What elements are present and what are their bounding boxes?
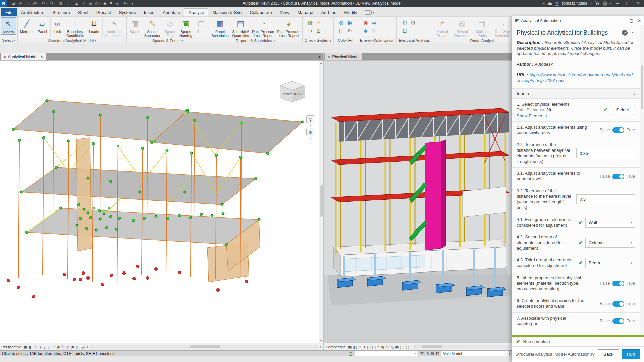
- color-fill-legend-icon[interactable]: ◫: [337, 27, 345, 35]
- scroll-down-icon[interactable]: ▼: [319, 339, 323, 342]
- shadows-icon[interactable]: ◑: [39, 345, 41, 349]
- show-disconnects-icon[interactable]: ⚠: [315, 19, 323, 26]
- signed-in-user[interactable]: tomasz.fudala: [562, 1, 587, 6]
- user-avatar-icon[interactable]: [555, 1, 559, 6]
- show-constraints-icon[interactable]: ◇: [66, 345, 69, 349]
- ribbon-button-panel[interactable]: ▱Panel: [35, 17, 50, 34]
- close-view-tab-icon[interactable]: ✕: [40, 55, 43, 59]
- sync-with-central-icon[interactable]: ◎▾: [32, 1, 40, 6]
- ribbon-tab-structure[interactable]: Structure: [48, 8, 74, 16]
- ribbon-button-space-naming[interactable]: ▣Space Naming: [177, 17, 195, 38]
- horizontal-scrollbar[interactable]: [414, 345, 510, 349]
- vertical-scrollbar[interactable]: ▲ ▼: [319, 61, 323, 343]
- user-menu-caret-icon[interactable]: ▾: [590, 2, 592, 5]
- open-icon[interactable]: ◰: [17, 1, 23, 6]
- active-workset-select[interactable]: ∨: [355, 351, 418, 356]
- electrical-settings-icon[interactable]: ⊡: [400, 19, 409, 26]
- view-tab-analytical-model[interactable]: ◈ Analytical Model ✕: [1, 53, 46, 60]
- show-constraints-icon[interactable]: ◇: [391, 345, 394, 349]
- undo-icon[interactable]: ↶▾: [40, 1, 48, 6]
- aligned-dimension-icon[interactable]: ∡: [74, 1, 80, 6]
- navbar-caret-icon[interactable]: ▾: [306, 137, 315, 140]
- ribbon-tab-steel[interactable]: Steel: [74, 8, 92, 16]
- ribbon-panel-caption-select[interactable]: Select▾: [0, 37, 17, 43]
- view-scale-icon[interactable]: ▦: [23, 345, 27, 349]
- ribbon-tab-collaborate[interactable]: Collaborate: [246, 8, 276, 16]
- optimize-icon[interactable]: ∿: [370, 27, 378, 35]
- toggle-switch[interactable]: [612, 301, 624, 307]
- show-elements-link[interactable]: Show Elements: [517, 113, 601, 118]
- steering-wheel-icon[interactable]: ◎: [306, 115, 314, 123]
- view-tab-physical-model[interactable]: ◈ Physical Model: [325, 53, 362, 60]
- ribbon-tab-precast[interactable]: Precast: [92, 8, 115, 16]
- thin-lines-icon[interactable]: ≡: [109, 1, 114, 6]
- script-help-icon[interactable]: ?: [622, 30, 628, 36]
- ribbon-panel-caption-structural-analytical-model[interactable]: Structural Analytical Model▾: [18, 38, 126, 43]
- measure-icon[interactable]: ↔▾: [65, 1, 73, 6]
- toggle-switch[interactable]: [612, 318, 624, 324]
- tab-display-options[interactable]: ▭ ▾: [365, 8, 375, 16]
- reveal-hidden-elements-icon[interactable]: ◉: [381, 345, 384, 349]
- element-group-dropdown[interactable]: Beam▾: [585, 258, 635, 268]
- reveal-obstacles-toggle-icon[interactable]: ◎: [406, 345, 409, 349]
- ribbon-panel-caption-check-systems[interactable]: Check Systems: [303, 37, 333, 43]
- scrollbar-thumb[interactable]: [320, 185, 323, 217]
- ribbon-panel-caption-color-fill[interactable]: Color Fill: [334, 37, 358, 43]
- collapse-toolbar-icon[interactable]: ◂: [542, 1, 544, 6]
- revit-app-menu-icon[interactable]: R: [0, 0, 7, 7]
- check-circuits-icon[interactable]: ⊞: [315, 27, 323, 35]
- properties-icon[interactable]: ▤: [10, 1, 16, 6]
- displace-elements-icon[interactable]: ◫: [76, 345, 80, 349]
- switch-windows-icon[interactable]: ◳▾: [121, 1, 130, 6]
- sun-path-icon[interactable]: ☀: [34, 345, 38, 349]
- zoom-icon[interactable]: ⊕: [306, 128, 314, 136]
- element-group-dropdown[interactable]: Column▾: [585, 238, 635, 248]
- scroll-up-icon[interactable]: ▲: [319, 61, 323, 64]
- toggle-switch[interactable]: [612, 127, 624, 133]
- window-close-button[interactable]: ✕: [635, 1, 642, 6]
- scrollbar-thumb[interactable]: [190, 345, 220, 348]
- design-options-icon[interactable]: ◧: [436, 351, 439, 356]
- ribbon-tab-insert[interactable]: Insert: [140, 8, 159, 16]
- tolerance-input[interactable]: [576, 194, 635, 204]
- ribbon-button-boundary-conditions[interactable]: ⊥Boundary Conditions: [64, 17, 86, 38]
- close-inactive-views-icon[interactable]: ◱: [114, 1, 121, 6]
- ribbon-tab-annotate[interactable]: Annotate: [159, 8, 184, 16]
- customize-qat-icon[interactable]: ▾: [130, 1, 135, 6]
- ribbon-tab-modify[interactable]: Modify: [340, 8, 361, 16]
- analytical-model-canvas[interactable]: [0, 61, 319, 343]
- temporary-hide-isolate-icon[interactable]: ◔: [377, 345, 379, 349]
- navbar-caret-icon[interactable]: ▾: [306, 124, 315, 127]
- window-minimize-button[interactable]: –: [614, 1, 621, 6]
- crop-view-icon[interactable]: ◱: [367, 345, 371, 349]
- worksharing-display-icon[interactable]: ▣: [395, 345, 399, 349]
- visual-style-icon[interactable]: ◧: [29, 345, 32, 349]
- help-menu-caret-icon[interactable]: ▾: [610, 2, 611, 5]
- ribbon-panel-caption-spaces-zones[interactable]: Spaces & Zones▾: [127, 38, 209, 43]
- pipe-legend-icon[interactable]: ▦: [346, 19, 354, 26]
- ribbon-button-space-separator[interactable]: ✎Space Separator: [142, 17, 163, 38]
- scrollbar-thumb[interactable]: [422, 345, 442, 348]
- app-store-cart-icon[interactable]: [595, 1, 600, 5]
- physical-model-canvas[interactable]: [324, 61, 512, 343]
- show-crop-region-icon[interactable]: ▢: [372, 345, 376, 349]
- sun-path-icon[interactable]: ☀: [358, 345, 362, 349]
- select-elements-button[interactable]: Select: [610, 105, 635, 115]
- worksharing-display-icon[interactable]: ▣: [71, 345, 74, 349]
- search-binoculars-icon[interactable]: [547, 2, 552, 5]
- tag-by-category-icon[interactable]: ⚐: [81, 1, 87, 6]
- temporary-view-properties-icon[interactable]: ⚐: [61, 345, 65, 349]
- element-group-dropdown[interactable]: Wall▾: [585, 218, 635, 228]
- reveal-hidden-elements-icon[interactable]: ◉: [57, 345, 60, 349]
- tolerance-input[interactable]: [576, 148, 635, 158]
- ribbon-button-member[interactable]: ╱Member: [19, 17, 35, 34]
- demand-factors-icon[interactable]: ⊞: [409, 19, 417, 26]
- window-restore-button[interactable]: ▢: [624, 1, 632, 6]
- reveal-obstacles-toggle-icon[interactable]: ◎: [81, 345, 85, 349]
- temporary-hide-isolate-icon[interactable]: ◔: [53, 345, 55, 349]
- ribbon-tab-massing-site[interactable]: Massing & Site: [208, 8, 246, 16]
- back-button[interactable]: Back: [598, 349, 619, 359]
- ribbon-button-duct-pressure-loss-report[interactable]: ◔Duct Pressure Loss Report: [251, 17, 276, 38]
- ribbon-button-schedule-quantities[interactable]: ▤Schedule/ Quantities: [230, 17, 251, 38]
- ribbon-tab-view[interactable]: View: [276, 8, 293, 16]
